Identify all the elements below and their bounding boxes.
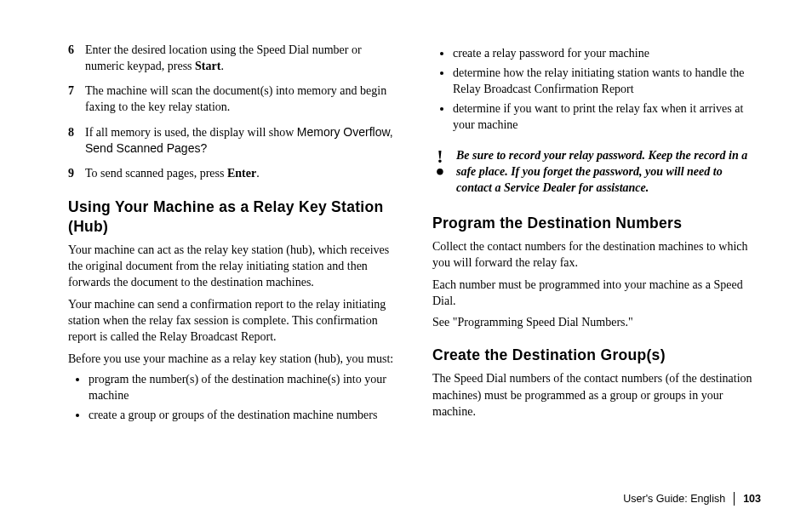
paragraph: Each number must be programmed into your… (432, 277, 761, 310)
list-item: create a relay password for your machine (453, 46, 761, 62)
step-number: 8 (68, 125, 85, 141)
right-column: create a relay password for your machine… (432, 43, 761, 427)
footer-label: User's Guide: English (623, 493, 725, 505)
paragraph: The Speed Dial numbers of the contact nu… (432, 370, 761, 420)
numbered-step: 8If all memory is used, the display will… (68, 124, 397, 158)
list-item: determine how the relay initiating stati… (453, 66, 761, 98)
heading-create-groups: Create the Destination Group(s) (432, 346, 761, 365)
important-note: !• Be sure to record your relay password… (432, 148, 761, 197)
list-item: determine if you want to print the relay… (453, 101, 761, 134)
bullet-list: program the number(s) of the destination… (68, 372, 397, 424)
step-number: 9 (68, 166, 85, 182)
list-item: create a group or groups of the destinat… (89, 408, 397, 424)
step-text: Enter the desired location using the Spe… (85, 43, 397, 75)
page-footer: User's Guide: English 103 (623, 492, 761, 506)
step-text: The machine will scan the document(s) in… (85, 83, 397, 116)
numbered-step: 6Enter the desired location using the Sp… (68, 43, 397, 75)
heading-program-numbers: Program the Destination Numbers (432, 214, 761, 233)
paragraph: Your machine can send a confirmation rep… (68, 296, 397, 346)
list-item: program the number(s) of the destination… (89, 372, 397, 404)
document-page: 6Enter the desired location using the Sp… (0, 0, 812, 526)
heading-relay-key-station: Using Your Machine as a Relay Key Statio… (68, 197, 397, 237)
paragraph: Your machine can act as the relay key st… (68, 242, 397, 291)
step-text: To send scanned pages, press Enter. (85, 166, 397, 182)
numbered-step: 9To send scanned pages, press Enter. (68, 166, 397, 182)
paragraph: See "Programming Speed Dial Numbers." (432, 314, 761, 330)
paragraph: Before you use your machine as a relay k… (68, 351, 397, 367)
numbered-steps: 6Enter the desired location using the Sp… (68, 43, 397, 182)
page-number: 103 (743, 493, 761, 505)
numbered-step: 7The machine will scan the document(s) i… (68, 83, 397, 116)
bullet-list: create a relay password for your machine… (432, 46, 761, 133)
paragraph: Collect the contact numbers for the dest… (432, 238, 761, 272)
step-number: 7 (68, 83, 85, 100)
note-text: Be sure to record your relay password. K… (456, 148, 761, 197)
two-column-layout: 6Enter the desired location using the Sp… (68, 43, 761, 427)
exclamation-icon: !• (432, 148, 448, 197)
step-text: If all memory is used, the display will … (85, 124, 397, 158)
step-number: 6 (68, 43, 85, 59)
left-column: 6Enter the desired location using the Sp… (68, 43, 397, 427)
footer-divider (734, 492, 735, 506)
